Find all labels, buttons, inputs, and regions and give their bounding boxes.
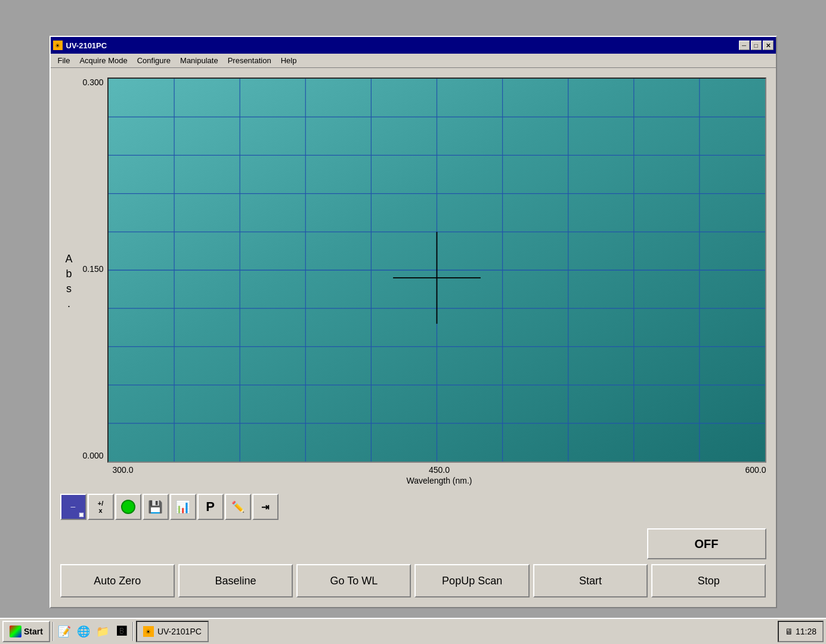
y-axis-ticks: 0.300 0.150 0.000 xyxy=(83,78,107,463)
content-area: A b s . 0.300 0.150 0.000 xyxy=(51,68,776,607)
menu-configure[interactable]: Configure xyxy=(132,55,175,66)
y-label-s: s xyxy=(66,281,72,296)
y-label-dot: . xyxy=(67,296,70,311)
menu-acquire-mode[interactable]: Acquire Mode xyxy=(75,55,132,66)
menu-manipulate[interactable]: Manipulate xyxy=(175,55,223,66)
minimize-button[interactable]: ─ xyxy=(739,41,750,50)
y-label-b: b xyxy=(66,267,72,281)
y-tick-bot: 0.000 xyxy=(83,451,104,460)
toolbar-print-btn[interactable]: P xyxy=(197,494,224,520)
main-window: ☀ UV-2101PC ─ □ ✕ File Acquire Mode Conf… xyxy=(50,36,777,608)
start-button-taskbar[interactable]: Start xyxy=(2,621,50,642)
clock-time: 11:28 xyxy=(796,627,816,636)
auto-zero-button[interactable]: Auto Zero xyxy=(60,564,175,597)
y-label-A: A xyxy=(65,252,72,267)
menu-bar: File Acquire Mode Configure Manipulate P… xyxy=(51,54,776,68)
toolbar-save-btn[interactable]: 💾 xyxy=(143,494,169,520)
taskbar-time-area: 🖥 11:28 xyxy=(778,621,824,642)
title-buttons: ─ □ ✕ xyxy=(739,41,774,50)
x-tick-left: 300.0 xyxy=(113,465,134,475)
close-button[interactable]: ✕ xyxy=(763,41,774,50)
title-bar-left: ☀ UV-2101PC xyxy=(53,41,107,50)
x-axis-ticks: 300.0 450.0 600.0 xyxy=(113,463,766,475)
taskbar-time: 🖥 11:28 xyxy=(778,621,824,642)
taskbar-icon-ie[interactable]: 🌐 xyxy=(75,623,92,640)
start-button[interactable]: Start xyxy=(533,564,648,597)
title-bar: ☀ UV-2101PC ─ □ ✕ xyxy=(51,37,776,54)
menu-presentation[interactable]: Presentation xyxy=(223,55,276,66)
stop-button[interactable]: Stop xyxy=(651,564,766,597)
toolbar-arrow-btn[interactable]: ⇥ xyxy=(252,494,279,520)
x-axis-label: Wavelength (nm.) xyxy=(113,476,766,485)
toolbar-calc-btn[interactable]: +/ x xyxy=(88,494,114,520)
app-icon: ☀ xyxy=(53,41,63,50)
y-tick-top: 0.300 xyxy=(83,78,104,87)
toolbar-pen-btn[interactable]: ✏️ xyxy=(225,494,251,520)
taskbar: Start 📝 🌐 📁 🅱 ☀ UV-2101PC 🖥 11:28 xyxy=(0,618,826,644)
chart-plot xyxy=(107,78,766,463)
toolbar-circle-btn[interactable] xyxy=(115,494,141,520)
taskbar-app-label: UV-2101PC xyxy=(157,627,202,636)
x-tick-mid: 450.0 xyxy=(429,465,450,475)
system-tray-icon: 🖥 xyxy=(785,627,793,636)
taskbar-quick-icons: 📝 🌐 📁 🅱 xyxy=(56,623,130,640)
toolbar-axes-btn[interactable]: ▣ ─ xyxy=(60,494,86,520)
main-buttons: Auto Zero Baseline Go To WL PopUp Scan S… xyxy=(60,564,766,597)
popup-scan-button[interactable]: PopUp Scan xyxy=(414,564,529,597)
maximize-button[interactable]: □ xyxy=(751,41,762,50)
go-to-wl-button[interactable]: Go To WL xyxy=(296,564,411,597)
taskbar-app-icon: ☀ xyxy=(143,626,154,637)
y-tick-mid: 0.150 xyxy=(83,264,104,274)
taskbar-app-btn[interactable]: ☀ UV-2101PC xyxy=(136,621,209,642)
off-button-row: OFF xyxy=(60,528,766,559)
taskbar-icon-b[interactable]: 🅱 xyxy=(113,623,130,640)
chart-with-axes: 0.300 0.150 0.000 xyxy=(83,78,766,485)
grid-lines xyxy=(109,79,765,462)
toolbar: ▣ ─ +/ x 💾 📊 P ✏️ ⇥ xyxy=(60,493,766,521)
menu-file[interactable]: File xyxy=(53,55,75,66)
start-label: Start xyxy=(24,627,43,636)
toolbar-bars-btn[interactable]: 📊 xyxy=(170,494,196,520)
start-icon xyxy=(10,626,21,637)
baseline-button[interactable]: Baseline xyxy=(178,564,293,597)
taskbar-divider xyxy=(52,622,54,641)
taskbar-divider-2 xyxy=(132,622,134,641)
window-title: UV-2101PC xyxy=(66,41,107,50)
taskbar-icon-folder[interactable]: 📁 xyxy=(94,623,111,640)
chart-inner: 0.300 0.150 0.000 xyxy=(83,78,766,463)
action-area: OFF Auto Zero Baseline Go To WL PopUp Sc… xyxy=(60,528,766,597)
off-button[interactable]: OFF xyxy=(647,528,766,559)
x-tick-right: 600.0 xyxy=(745,465,766,475)
chart-container: A b s . 0.300 0.150 0.000 xyxy=(60,78,766,485)
desktop: ☀ UV-2101PC ─ □ ✕ File Acquire Mode Conf… xyxy=(0,0,826,644)
menu-help[interactable]: Help xyxy=(276,55,302,66)
taskbar-icon-notepad[interactable]: 📝 xyxy=(56,623,73,640)
y-axis-label: A b s . xyxy=(60,78,78,485)
